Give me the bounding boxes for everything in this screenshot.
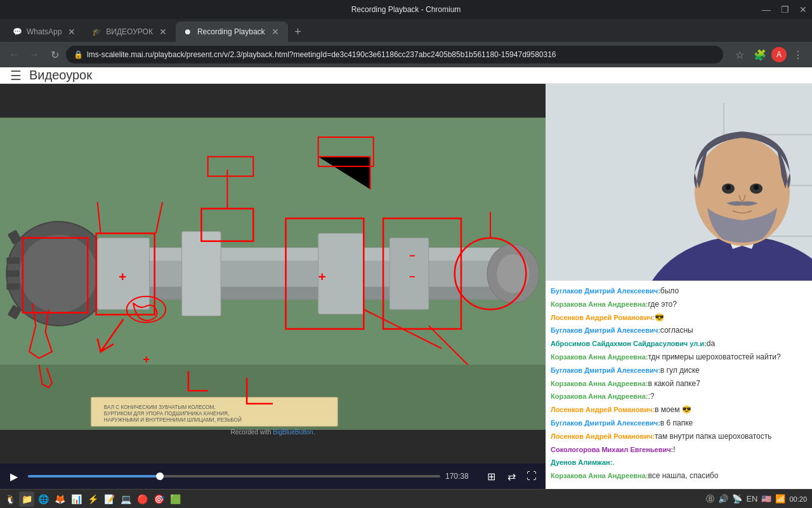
side-panel: Буглаков Дмитрий Алексеевич:былоКорзаков… xyxy=(546,84,812,489)
chat-username: Буглаков Дмитрий Алексеевич: xyxy=(551,326,660,334)
url-text: lms-scalelite.mai.ru/playback/present.cn… xyxy=(87,50,716,59)
chat-message: Дуенов Алимжан:. xyxy=(551,457,807,468)
tab-recording-close[interactable]: ✕ xyxy=(270,27,280,37)
chat-username: Буглаков Дмитрий Алексеевич: xyxy=(551,287,660,295)
svg-point-51 xyxy=(726,185,731,190)
fullscreen-button[interactable]: ⛶ xyxy=(523,467,540,485)
taskbar-text[interactable]: ⚡ xyxy=(85,491,100,507)
chat-username: Сокологорова Михаил Евгеньевич: xyxy=(551,446,673,453)
chat-username: Лосенков Андрей Романович: xyxy=(551,314,655,321)
taskbar-green[interactable]: 🟩 xyxy=(167,491,183,507)
chat-username: Буглаков Дмитрий Алексеевич: xyxy=(551,419,660,427)
extension-button[interactable]: 🧩 xyxy=(751,46,769,64)
svg-text:БУРТИКОМ ДЛЯ УПОРА ПОДШИПНИКА : БУРТИКОМ ДЛЯ УПОРА ПОДШИПНИКА КАЧЕНИЯ, xyxy=(104,411,229,417)
taskbar-rec[interactable]: 🔴 xyxy=(134,491,150,507)
time-display: 170:38 xyxy=(445,472,477,481)
chat-username: Корзакова Анна Андреевна: xyxy=(551,353,648,361)
tab-recording[interactable]: ⏺ Recording Playback ✕ xyxy=(176,22,288,42)
chat-message: Лосенков Андрей Романович:😎 xyxy=(551,312,807,323)
chat-username: Корзакова Анна Андреевна: xyxy=(551,392,648,400)
svg-text:−: − xyxy=(409,271,416,282)
page-header: ☰ Видеоурок xyxy=(0,67,812,84)
bluetooth-icon: Ⓑ xyxy=(706,493,714,505)
chat-message: Корзакова Анна Андреевна::? xyxy=(551,391,807,402)
webcam-svg xyxy=(546,84,812,281)
svg-rect-8 xyxy=(6,271,19,277)
profile-button[interactable]: A xyxy=(771,47,787,62)
progress-handle[interactable] xyxy=(156,472,164,480)
tab-bar: 💬 WhatsApp ✕ 🎓 ВИДЕОУРОК ✕ ⏺ Recording P… xyxy=(0,19,812,42)
taskbar-calc[interactable]: 📊 xyxy=(69,491,84,507)
wifi-icon[interactable]: 📶 xyxy=(775,494,785,504)
tab-whatsapp[interactable]: 💬 WhatsApp ✕ xyxy=(5,22,84,42)
taskbar-left: 🐧 📁 🌐 🦊 📊 ⚡ 📝 💻 🔴 🎯 🟩 xyxy=(3,491,183,507)
progress-bar[interactable] xyxy=(28,475,440,478)
taskbar-right: Ⓑ 🔊 📡 EN 🇺🇸 📶 00:20 xyxy=(706,493,809,505)
back-button[interactable]: ← xyxy=(5,46,23,64)
maximize-button[interactable]: ❐ xyxy=(781,4,789,15)
new-tab-button[interactable]: + xyxy=(288,22,308,42)
chat-username: Абросимов Сайдахмон Сайдрасулович ул.и: xyxy=(551,340,707,347)
hamburger-menu[interactable]: ☰ xyxy=(10,68,22,83)
taskbar-browser1[interactable]: 🌐 xyxy=(36,491,51,507)
svg-text:+: + xyxy=(119,269,126,284)
svg-point-52 xyxy=(754,185,759,190)
chat-scroll[interactable]: Буглаков Дмитрий Алексеевич:былоКорзаков… xyxy=(546,281,812,489)
chat-message: Лосенков Андрей Романович:в моем 😎 xyxy=(551,404,807,415)
chat-username: Дуенов Алимжан: xyxy=(551,458,612,466)
swap-button[interactable]: ⇄ xyxy=(502,467,520,485)
svg-point-6 xyxy=(20,235,98,313)
video-svg: ВАЛ С КОНИЧЕСКИМ ЗУБЧАТЫМ КОЛЕСОМ, БУРТИ… xyxy=(0,84,546,464)
browser-title: Recording Playback - Chromium xyxy=(351,5,461,14)
svg-point-17 xyxy=(497,254,529,293)
chat-message: Буглаков Дмитрий Алексеевич:было xyxy=(551,286,807,297)
taskbar-files[interactable]: 📁 xyxy=(19,491,34,507)
svg-text:ВАЛ С КОНИЧЕСКИМ ЗУБЧАТЫМ КОЛЕ: ВАЛ С КОНИЧЕСКИМ ЗУБЧАТЫМ КОЛЕСОМ, xyxy=(104,404,216,410)
recording-credit: Recorded with BigBlueButton. xyxy=(231,429,315,436)
whatsapp-favicon: 💬 xyxy=(13,27,22,36)
bookmark-button[interactable]: ☆ xyxy=(731,46,749,64)
chat-username: Корзакова Анна Андреевна: xyxy=(551,380,648,387)
svg-text:+: + xyxy=(318,269,326,284)
chat-message: Буглаков Дмитрий Алексеевич:в гул диске xyxy=(551,365,807,376)
taskbar: 🐧 📁 🌐 🦊 📊 ⚡ 📝 💻 🔴 🎯 🟩 Ⓑ 🔊 📡 EN 🇺🇸 📶 00:2… xyxy=(0,489,812,508)
taskbar-editor[interactable]: 📝 xyxy=(102,491,117,507)
layout-button[interactable]: ⊞ xyxy=(482,467,500,485)
flag-icon: 🇺🇸 xyxy=(761,494,771,504)
chat-message: Корзакова Анна Андреевна:в какой папке7 xyxy=(551,378,807,389)
tab-videourok-close[interactable]: ✕ xyxy=(158,27,168,37)
chat-message: Корзакова Анна Андреевна:где это? xyxy=(551,299,807,310)
taskbar-terminal[interactable]: 💻 xyxy=(118,491,133,507)
refresh-button[interactable]: ↻ xyxy=(46,46,63,64)
play-button[interactable]: ▶ xyxy=(5,467,23,485)
svg-rect-13 xyxy=(182,231,221,316)
svg-text:+: + xyxy=(143,352,150,366)
video-frame: ВАЛ С КОНИЧЕСКИМ ЗУБЧАТЫМ КОЛЕСОМ, БУРТИ… xyxy=(0,84,546,464)
menu-button[interactable]: ⋮ xyxy=(789,46,807,64)
nav-bar: ← → ↻ 🔒 lms-scalelite.mai.ru/playback/pr… xyxy=(0,42,812,67)
chat-username: Лосенков Андрей Романович: xyxy=(551,406,655,413)
taskbar-app[interactable]: 🎯 xyxy=(151,491,166,507)
close-button[interactable]: ✕ xyxy=(799,4,807,15)
title-bar: Recording Playback - Chromium — ❐ ✕ xyxy=(0,0,812,19)
chat-username: Корзакова Анна Андреевна: xyxy=(551,300,648,308)
recording-favicon: ⏺ xyxy=(183,27,192,36)
tab-videourok-label: ВИДЕОУРОК xyxy=(106,27,153,36)
taskbar-firefox[interactable]: 🦊 xyxy=(52,491,67,507)
forward-button[interactable]: → xyxy=(25,46,43,64)
videourok-favicon: 🎓 xyxy=(92,27,101,36)
progress-fill xyxy=(28,475,160,478)
chat-username: Буглаков Дмитрий Алексеевич: xyxy=(551,366,660,374)
main-video[interactable]: ВАЛ С КОНИЧЕСКИМ ЗУБЧАТЫМ КОЛЕСОМ, БУРТИ… xyxy=(0,84,546,464)
taskbar-start[interactable]: 🐧 xyxy=(3,491,18,507)
minimize-button[interactable]: — xyxy=(762,4,771,15)
chat-message: Корзакова Анна Андреевна:тдн примеры шер… xyxy=(551,352,807,363)
video-controls: ▶ 170:38 ⊞ ⇄ ⛶ xyxy=(0,464,546,489)
address-bar[interactable]: 🔒 lms-scalelite.mai.ru/playback/present.… xyxy=(66,46,723,64)
kb-icon[interactable]: EN xyxy=(746,494,757,504)
sound-icon[interactable]: 🔊 xyxy=(718,494,728,504)
tab-whatsapp-close[interactable]: ✕ xyxy=(67,27,77,37)
network-icon[interactable]: 📡 xyxy=(732,494,742,504)
video-section: ВАЛ С КОНИЧЕСКИМ ЗУБЧАТЫМ КОЛЕСОМ, БУРТИ… xyxy=(0,84,546,489)
tab-videourok[interactable]: 🎓 ВИДЕОУРОК ✕ xyxy=(84,22,176,42)
